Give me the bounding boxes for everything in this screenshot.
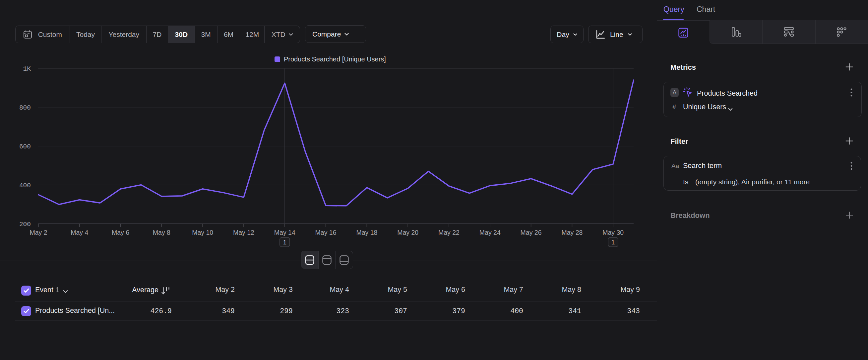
svg-text:600: 600 (19, 143, 31, 150)
svg-text:May 14: May 14 (274, 229, 296, 236)
svg-text:May 30: May 30 (602, 229, 624, 236)
svg-text:May 20: May 20 (397, 229, 418, 236)
svg-text:May 2: May 2 (30, 229, 47, 236)
svg-text:May 24: May 24 (479, 229, 501, 236)
svg-text:May 4: May 4 (71, 229, 88, 236)
svg-text:800: 800 (19, 104, 31, 112)
svg-text:1: 1 (611, 239, 615, 246)
svg-text:May 26: May 26 (521, 229, 542, 236)
svg-text:May 6: May 6 (112, 229, 129, 236)
svg-text:May 8: May 8 (153, 229, 170, 236)
svg-text:May 10: May 10 (192, 229, 213, 236)
svg-text:May 18: May 18 (356, 229, 377, 236)
svg-text:May 28: May 28 (561, 229, 583, 236)
svg-text:400: 400 (19, 182, 31, 189)
svg-text:1: 1 (283, 239, 286, 246)
svg-text:200: 200 (19, 221, 31, 228)
svg-text:May 16: May 16 (315, 229, 337, 236)
svg-text:May 22: May 22 (438, 229, 460, 236)
svg-text:1K: 1K (23, 65, 31, 73)
svg-text:May 12: May 12 (233, 229, 254, 236)
